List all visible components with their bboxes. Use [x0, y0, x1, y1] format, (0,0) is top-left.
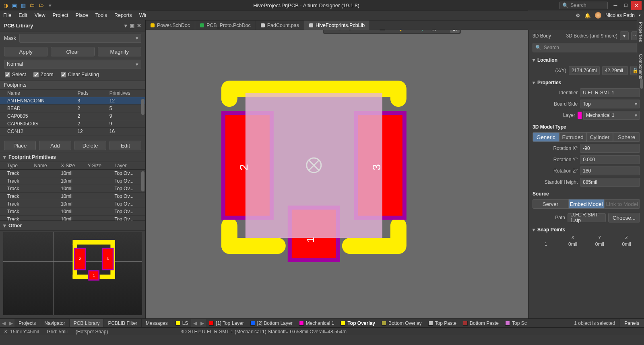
path-input[interactable]: U.FL-R-SMT-1.stp: [568, 213, 606, 222]
side-tab-properties[interactable]: Properties: [638, 22, 643, 42]
check-clear-existing[interactable]: Clear Existing: [61, 72, 99, 77]
table-row[interactable]: Track10milTop Ov...: [0, 208, 145, 216]
document-tab[interactable]: PCB_Proto.PcbDoc: [195, 21, 256, 30]
y-input[interactable]: 42.29mil: [602, 66, 628, 75]
view-mode-combo[interactable]: Normal: [4, 60, 141, 69]
source-link[interactable]: Link to Model: [604, 199, 640, 209]
dropdown-icon[interactable]: ▾: [124, 23, 127, 29]
board-side-combo[interactable]: Top: [580, 100, 640, 108]
layer-nav-right[interactable]: ▶: [198, 319, 206, 327]
table-row[interactable]: Track10milTop Ov...: [0, 177, 145, 185]
choose-button[interactable]: Choose...: [608, 213, 640, 222]
table-row[interactable]: CON121216: [0, 128, 145, 135]
table-row[interactable]: ANTENNACONN312: [0, 97, 145, 105]
delete-button[interactable]: Delete: [74, 141, 106, 150]
section-snap[interactable]: Snap Points: [533, 225, 640, 234]
save-all-icon[interactable]: ▥: [20, 2, 27, 8]
x-input[interactable]: 2174.766mi: [569, 66, 600, 75]
rot-x-input[interactable]: -90: [580, 144, 640, 153]
maximize-button[interactable]: □: [621, 1, 631, 10]
dropdown-icon[interactable]: ▾: [47, 2, 53, 8]
layer-tab[interactable]: [2] Bottom Layer: [247, 319, 296, 327]
panel-tab[interactable]: Navigator: [40, 319, 69, 327]
layer-tab[interactable]: Bottom Paste: [460, 319, 502, 327]
layer-tab[interactable]: Mechanical 1: [296, 319, 338, 327]
menu-edit[interactable]: Edit: [19, 12, 27, 18]
footprints-scroll[interactable]: ANTENNACONN312BEAD25CAP080529CAP0805C0G2…: [0, 97, 145, 139]
layer-combo[interactable]: Mechanical 1: [583, 111, 640, 120]
table-row[interactable]: Track10milTop Ov...: [0, 185, 145, 193]
col-type[interactable]: Type: [7, 163, 34, 168]
global-search[interactable]: 🔍 Search: [559, 2, 608, 9]
bell-icon[interactable]: 🔔: [584, 12, 591, 19]
snap-row[interactable]: 10mil0mil0mil: [533, 241, 640, 248]
tab-nav-right[interactable]: ▶: [7, 319, 14, 327]
col-layer[interactable]: Layer: [114, 163, 141, 168]
save-icon[interactable]: ▣: [11, 2, 18, 8]
open-project-icon[interactable]: 🗁: [38, 2, 44, 8]
section-properties[interactable]: Properties: [533, 78, 640, 87]
model-type-extruded[interactable]: Extruded: [559, 132, 586, 142]
gear-icon[interactable]: ⚙: [576, 12, 580, 19]
col-pads[interactable]: Pads: [77, 90, 109, 96]
tab-nav-left[interactable]: ◀: [0, 319, 7, 327]
apply-button[interactable]: Apply: [4, 47, 47, 56]
layer-nav-left[interactable]: ◀: [191, 319, 198, 327]
open-icon[interactable]: 🗀: [29, 2, 35, 8]
table-row[interactable]: BEAD25: [0, 105, 145, 112]
user-name[interactable]: Nicolas Patin: [605, 12, 635, 18]
primitives-scroll[interactable]: Track10milTop Ov...Track10milTop Ov...Tr…: [0, 170, 145, 220]
col-ysize[interactable]: Y-Size: [88, 163, 115, 168]
col-xsize[interactable]: X-Size: [61, 163, 88, 168]
layer-tab[interactable]: Top Paste: [425, 319, 460, 327]
layer-tab[interactable]: Top Overlay: [337, 319, 378, 327]
pin-icon[interactable]: ▣: [130, 23, 134, 29]
table-row[interactable]: Track10milTop Ov...: [0, 193, 145, 200]
menu-project[interactable]: Project: [53, 12, 68, 18]
panel-tab[interactable]: Messages: [142, 319, 172, 327]
col-name[interactable]: Name: [7, 90, 77, 96]
col-name[interactable]: Name: [34, 163, 61, 168]
rot-y-input[interactable]: 0.000: [580, 155, 640, 164]
edit-button[interactable]: Edit: [109, 141, 141, 150]
layer-tab[interactable]: Bottom Overlay: [378, 319, 425, 327]
document-tab[interactable]: HiveFootprints.PcbLib: [304, 21, 370, 30]
other-header[interactable]: Other: [0, 220, 145, 231]
identifier-input[interactable]: U.FL-R-SMT-1: [580, 88, 640, 97]
close-icon[interactable]: ✕: [137, 23, 141, 29]
menu-reports[interactable]: Reports: [114, 12, 132, 18]
panels-button[interactable]: Panels: [619, 319, 644, 327]
footprint-primitives-header[interactable]: Footprint Primitives: [0, 152, 145, 162]
magnify-button[interactable]: Magnify: [98, 47, 141, 56]
document-tab[interactable]: PadCount.pas: [256, 21, 304, 30]
side-tab-components[interactable]: Components: [638, 54, 643, 79]
col-primitives[interactable]: Primitives: [109, 90, 141, 96]
menu-tools[interactable]: Tools: [95, 12, 107, 18]
filter-button[interactable]: ▾: [620, 31, 629, 40]
scrollbar-thumb[interactable]: [141, 171, 144, 191]
table-row[interactable]: CAP0805C0G29: [0, 120, 145, 128]
panel-tab[interactable]: PCBLIB Filter: [104, 319, 142, 327]
table-row[interactable]: Track10milTop Ov...: [0, 216, 145, 220]
check-select[interactable]: Select: [5, 72, 26, 77]
menu-file[interactable]: File: [3, 12, 11, 18]
model-type-sphere[interactable]: Sphere: [613, 132, 640, 142]
check-zoom[interactable]: Zoom: [33, 72, 54, 77]
source-embed[interactable]: Embed Model: [568, 199, 604, 209]
menu-view[interactable]: View: [35, 12, 45, 18]
menu-place[interactable]: Place: [75, 12, 88, 18]
layer-tab[interactable]: Top Sc: [502, 319, 530, 327]
table-row[interactable]: Track10milTop Ov...: [0, 170, 145, 177]
table-row[interactable]: CAP080529: [0, 112, 145, 120]
panel-tab[interactable]: PCB Library: [70, 319, 104, 327]
close-button[interactable]: ✕: [631, 1, 642, 10]
document-tab[interactable]: Power.SchDoc: [146, 21, 195, 30]
clear-button[interactable]: Clear: [51, 47, 94, 56]
place-button[interactable]: Place: [4, 141, 36, 150]
avatar[interactable]: [595, 12, 601, 19]
mask-input[interactable]: [19, 34, 141, 43]
pcb-canvas[interactable]: ▾ ⎘ ✚ ▭ ⫞ ⌫ ● 🔑 A ╱ ▨ ⫠ ◧: [146, 20, 528, 318]
model-type-cylinder[interactable]: Cylinder: [586, 132, 613, 142]
table-row[interactable]: Track10milTop Ov...: [0, 200, 145, 208]
properties-search[interactable]: 🔍 Search: [533, 43, 640, 52]
